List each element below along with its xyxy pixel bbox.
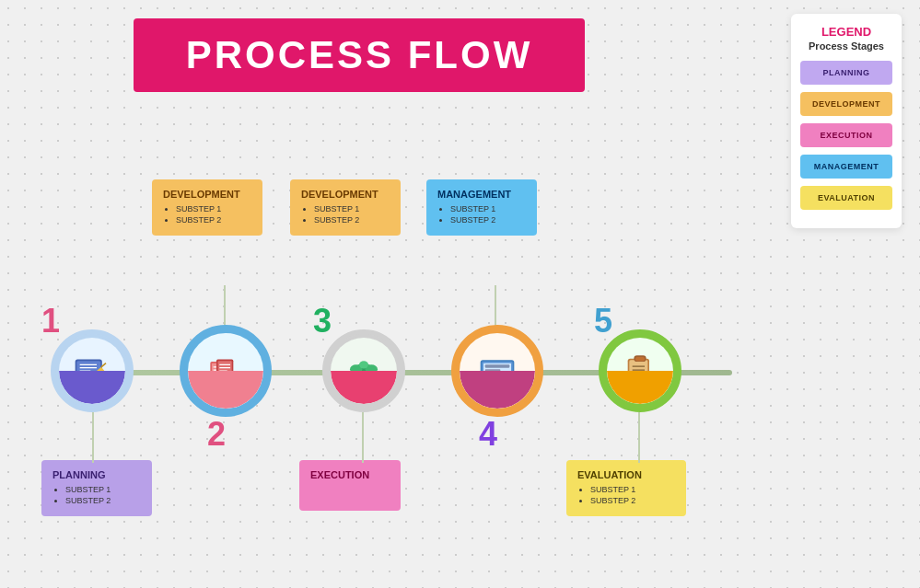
stage-3-circle [322,329,405,412]
box-development1-title: DEVELOPMENT [163,189,251,200]
stage-2: 2 [180,329,272,421]
stage-4: 4 [451,329,543,421]
box-execution: EXECUTION [299,460,401,511]
stage-1-icon [59,338,125,404]
stage-3-icon [331,338,397,404]
connector-3 [362,412,364,463]
legend-panel: LEGEND Process Stages PLANNING DEVELOPME… [791,14,902,228]
stage-4-number: 4 [479,415,497,454]
box-development2-list: SUBSTEP 1 SUBSTEP 2 [301,204,390,225]
stage-2-number: 2 [207,415,226,454]
stage-1-circle [51,329,134,412]
legend-item-management: MANAGEMENT [800,155,892,179]
legend-subtitle: Process Stages [800,40,892,52]
stage-4-circle [451,325,543,417]
box-management-step-2: SUBSTEP 2 [450,215,526,225]
connector-2 [224,285,226,329]
stage-5-circle [599,329,681,412]
box-evaluation-list: SUBSTEP 1 SUBSTEP 2 [577,485,675,505]
box-management-step-1: SUBSTEP 1 [450,204,526,213]
box-development2: DEVELOPMENT SUBSTEP 1 SUBSTEP 2 [290,179,401,236]
box-evaluation-step-1: SUBSTEP 1 [590,485,675,494]
stage-3-number: 3 [313,302,332,340]
connector-5 [638,412,640,463]
legend-item-execution: EXECUTION [800,123,892,147]
stage-5-number: 5 [594,302,612,340]
stage-1-number: 1 [41,302,60,340]
box-development2-step-1: SUBSTEP 1 [314,204,390,213]
box-planning-step-2: SUBSTEP 2 [65,496,141,505]
legend-item-development: DEVELOPMENT [800,92,892,116]
stage-2-circle [180,325,272,417]
connector-1 [92,412,94,463]
box-development2-title: DEVELOPMENT [301,189,390,200]
box-development1-list: SUBSTEP 1 SUBSTEP 2 [163,204,251,225]
box-development2-step-2: SUBSTEP 2 [314,215,390,225]
box-planning-list: SUBSTEP 1 SUBSTEP 2 [52,485,141,505]
box-planning: PLANNING SUBSTEP 1 SUBSTEP 2 [41,460,152,516]
connector-4 [495,285,496,329]
title-banner: PROCESS FLOW [134,18,585,92]
box-planning-title: PLANNING [52,469,141,480]
legend-title: LEGEND [800,25,892,39]
stage-5: 5 [599,329,681,412]
stage-3: 3 [322,329,405,412]
stage-5-icon [607,338,673,404]
stage-2-icon [188,333,263,409]
legend-item-evaluation: EVALUATION [800,186,892,210]
box-management-list: SUBSTEP 1 SUBSTEP 2 [437,204,526,225]
box-management-title: MANAGEMENT [437,189,526,200]
box-evaluation: EVALUATION SUBSTEP 1 SUBSTEP 2 [566,460,686,516]
stage-1: 1 [51,329,134,412]
box-development1-step-1: SUBSTEP 1 [176,204,251,213]
stage-4-icon [460,333,535,409]
box-development1-step-2: SUBSTEP 2 [176,215,251,225]
box-evaluation-title: EVALUATION [577,469,675,480]
svg-rect-29 [485,364,510,367]
svg-rect-37 [635,357,645,361]
box-evaluation-step-2: SUBSTEP 2 [590,496,675,505]
legend-item-planning: PLANNING [800,61,892,85]
box-planning-step-1: SUBSTEP 1 [65,485,141,494]
box-development1: DEVELOPMENT SUBSTEP 1 SUBSTEP 2 [152,179,262,236]
box-management: MANAGEMENT SUBSTEP 1 SUBSTEP 2 [426,179,537,236]
page-title: PROCESS FLOW [186,33,533,77]
box-execution-title: EXECUTION [310,469,390,480]
svg-point-22 [359,361,368,368]
